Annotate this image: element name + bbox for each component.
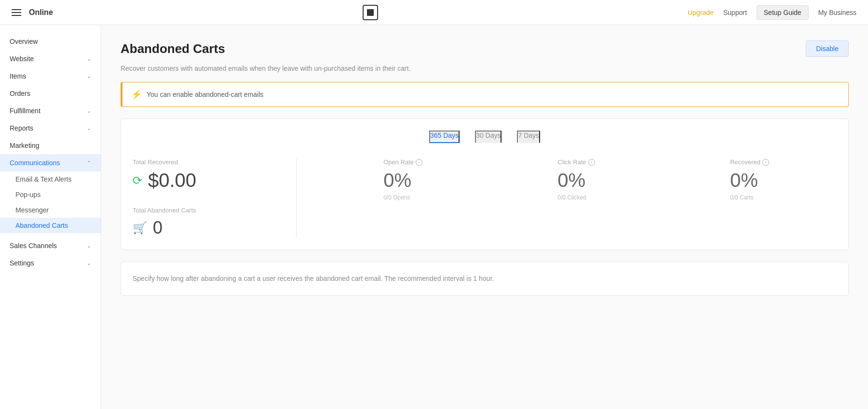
sidebar-sub-item-popups[interactable]: Pop-ups [0, 187, 101, 202]
nav-left: Online [12, 8, 53, 17]
sidebar-sub-item-abandoned-carts[interactable]: Abandoned Carts [0, 218, 101, 233]
disable-button[interactable]: Disable [806, 40, 849, 57]
sidebar: Overview Website ⌄ Items ⌄ Orders Fulfil… [0, 25, 101, 409]
sidebar-item-marketing[interactable]: Marketing [0, 137, 101, 154]
open-rate-info-icon[interactable]: i [416, 159, 422, 166]
recovered-sub: 0/0 Carts [730, 194, 769, 201]
recovered-info-icon[interactable]: i [762, 159, 769, 166]
chevron-down-icon: ⌄ [87, 260, 91, 266]
support-link[interactable]: Support [723, 9, 747, 16]
open-rate-value: 0% [383, 170, 422, 191]
sidebar-sub-item-messenger[interactable]: Messenger [0, 202, 101, 218]
page-header: Abandoned Carts Disable [121, 40, 849, 57]
click-rate-sub: 0/0 Clicked [557, 194, 595, 201]
chevron-down-icon: ⌄ [87, 108, 91, 114]
nav-right: Upgrade Support Setup Guide My Business [688, 5, 856, 20]
logo [363, 5, 378, 20]
total-recovered-group: Total Recovered ⟳ $0.00 [133, 158, 277, 191]
total-carts-group: Total Abandoned Carts 🛒 0 [133, 207, 277, 238]
bottom-description: Specify how long after abandoning a cart… [133, 274, 837, 284]
recovered-col: Recovered i 0% 0/0 Carts [730, 158, 769, 238]
sidebar-item-website[interactable]: Website ⌄ [0, 50, 101, 67]
my-business-link[interactable]: My Business [818, 9, 856, 16]
sidebar-item-overview[interactable]: Overview [0, 33, 101, 50]
open-rate-label-row: Open Rate i [383, 158, 422, 166]
top-nav: Online Upgrade Support Setup Guide My Bu… [0, 0, 868, 25]
date-tabs: 365 Days 30 Days 7 Days [133, 131, 837, 143]
recovered-label-row: Recovered i [730, 158, 769, 166]
sidebar-item-communications[interactable]: Communications ⌃ [0, 154, 101, 172]
chevron-down-icon: ⌄ [87, 125, 91, 132]
click-rate-col: Click Rate i 0% 0/0 Clicked [557, 158, 595, 238]
cart-icon: 🛒 [133, 221, 147, 235]
hamburger-menu[interactable] [12, 9, 21, 16]
bottom-card: Specify how long after abandoning a cart… [121, 262, 849, 296]
total-recovered-label: Total Recovered [133, 158, 277, 166]
chevron-down-icon: ⌄ [87, 243, 91, 249]
stats-card: 365 Days 30 Days 7 Days Total Recovered … [121, 119, 849, 250]
total-recovered-value-row: ⟳ $0.00 [133, 170, 277, 191]
chevron-up-icon: ⌃ [87, 160, 91, 166]
logo-square [367, 9, 374, 16]
open-rate-sub: 0/0 Opens [383, 194, 422, 201]
main-content: Abandoned Carts Disable Recover customer… [101, 25, 868, 409]
upgrade-link[interactable]: Upgrade [688, 9, 714, 16]
alert-banner: ⚡ You can enable abandoned-cart emails [121, 82, 849, 107]
sidebar-sub-item-email-text[interactable]: Email & Text Alerts [0, 172, 101, 187]
chevron-down-icon: ⌄ [87, 73, 91, 79]
sidebar-item-items[interactable]: Items ⌄ [0, 67, 101, 85]
page-title: Abandoned Carts [121, 41, 225, 56]
click-rate-info-icon[interactable]: i [588, 159, 595, 166]
page-description: Recover customers with automated emails … [121, 65, 849, 72]
setup-guide-button[interactable]: Setup Guide [757, 5, 809, 20]
layout: Overview Website ⌄ Items ⌄ Orders Fulfil… [0, 25, 868, 409]
total-carts-label: Total Abandoned Carts [133, 207, 277, 214]
click-rate-label-row: Click Rate i [557, 158, 595, 166]
sidebar-item-sales-channels[interactable]: Sales Channels ⌄ [0, 237, 101, 254]
brand-name: Online [29, 8, 53, 17]
tab-30-days[interactable]: 30 Days [475, 131, 502, 143]
sidebar-item-reports[interactable]: Reports ⌄ [0, 119, 101, 137]
tab-7-days[interactable]: 7 Days [517, 131, 540, 143]
sidebar-item-settings[interactable]: Settings ⌄ [0, 254, 101, 272]
tab-365-days[interactable]: 365 Days [429, 131, 460, 143]
total-carts-value: 0 [153, 218, 163, 238]
chevron-down-icon: ⌄ [87, 56, 91, 62]
sidebar-item-orders[interactable]: Orders [0, 85, 101, 102]
stats-row: Total Recovered ⟳ $0.00 Total Abandoned … [133, 158, 837, 238]
recovered-value: 0% [730, 170, 769, 191]
total-recovered-value: $0.00 [148, 170, 196, 191]
total-carts-value-row: 🛒 0 [133, 218, 277, 238]
open-rate-label: Open Rate [383, 158, 414, 166]
lightning-icon: ⚡ [131, 89, 142, 100]
click-rate-value: 0% [557, 170, 595, 191]
click-rate-label: Click Rate [557, 158, 586, 166]
alert-text: You can enable abandoned-cart emails [147, 91, 263, 98]
open-rate-col: Open Rate i 0% 0/0 Opens [383, 158, 422, 238]
stat-right: Open Rate i 0% 0/0 Opens Click Rate i 0%… [297, 158, 837, 238]
refresh-icon: ⟳ [133, 174, 142, 187]
sidebar-item-fulfillment[interactable]: Fulfillment ⌄ [0, 102, 101, 119]
stat-left: Total Recovered ⟳ $0.00 Total Abandoned … [133, 158, 297, 238]
recovered-label: Recovered [730, 158, 760, 166]
